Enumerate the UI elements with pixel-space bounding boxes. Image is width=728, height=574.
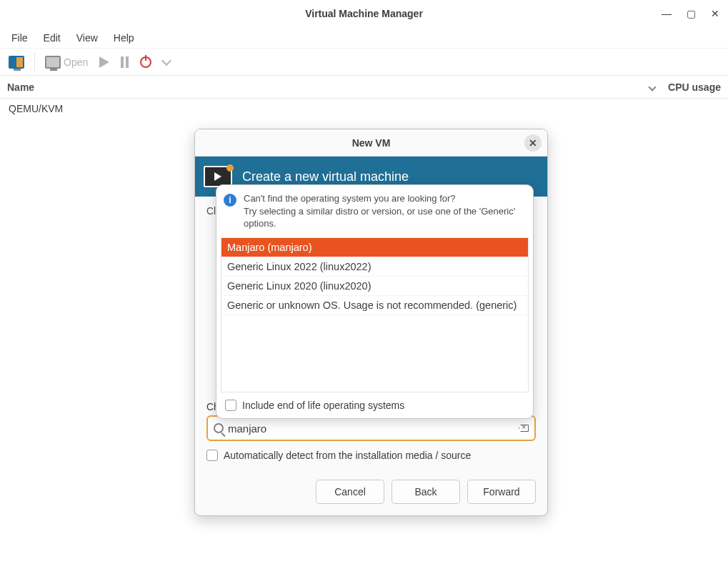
chevron-down-icon xyxy=(161,55,171,65)
hint-text: Can't find the operating system you are … xyxy=(244,192,524,230)
window-controls: — ▢ ✕ xyxy=(658,0,724,27)
menu-view[interactable]: View xyxy=(69,29,105,46)
os-suggestion-list[interactable]: Manjaro (manjaro) Generic Linux 2022 (li… xyxy=(221,237,529,392)
os-suggestions-popover: i Can't find the operating system you ar… xyxy=(216,184,534,419)
toolbar: Open xyxy=(0,49,728,76)
column-name[interactable]: Name xyxy=(7,81,34,93)
auto-detect-row[interactable]: Automatically detect from the installati… xyxy=(206,450,536,461)
minimize-icon[interactable]: — xyxy=(658,8,675,19)
window-title: Virtual Machine Manager xyxy=(305,8,423,19)
os-option-manjaro[interactable]: Manjaro (manjaro) xyxy=(221,238,528,257)
popover-bottom-row[interactable]: Include end of life operating systems xyxy=(216,392,533,418)
forward-button[interactable]: Forward xyxy=(467,480,536,504)
close-icon[interactable]: ✕ xyxy=(707,8,724,19)
toolbar-separator xyxy=(34,53,35,71)
new-vm-icon xyxy=(9,56,24,69)
search-icon xyxy=(214,423,224,433)
menu-edit[interactable]: Edit xyxy=(36,29,68,46)
pause-button[interactable] xyxy=(116,54,133,71)
dialog-titlebar: New VM ✕ xyxy=(195,129,547,157)
popover-hint: i Can't find the operating system you ar… xyxy=(216,185,533,237)
sort-chevron-icon[interactable] xyxy=(648,83,656,91)
maximize-icon[interactable]: ▢ xyxy=(682,8,699,19)
menu-help[interactable]: Help xyxy=(106,29,141,46)
dialog-close-button[interactable]: ✕ xyxy=(524,134,542,152)
dialog-title: New VM xyxy=(352,137,391,149)
include-eol-label: Include end of life operating systems xyxy=(242,400,404,411)
play-icon xyxy=(99,56,109,68)
info-icon: i xyxy=(224,194,236,207)
poweroff-menu-button[interactable] xyxy=(159,57,174,67)
menu-file[interactable]: File xyxy=(4,29,35,46)
open-button[interactable]: Open xyxy=(41,53,92,71)
banner-title: Create a new virtual machine xyxy=(242,169,409,184)
os-option-linux2020[interactable]: Generic Linux 2020 (linux2020) xyxy=(221,277,528,296)
vm-list-body: QEMU/KVM xyxy=(0,99,728,119)
poweroff-button[interactable] xyxy=(136,54,156,71)
hint-line2: Try selecting a similar distro or versio… xyxy=(244,205,524,230)
os-search-field[interactable] xyxy=(206,415,536,441)
new-vm-button[interactable] xyxy=(4,53,29,71)
open-label: Open xyxy=(64,56,88,68)
window-titlebar: Virtual Machine Manager — ▢ ✕ xyxy=(0,0,728,27)
os-option-linux2022[interactable]: Generic Linux 2022 (linux2022) xyxy=(221,257,528,277)
choose-iso-partial: Cl xyxy=(206,205,216,217)
os-option-generic[interactable]: Generic or unknown OS. Usage is not reco… xyxy=(221,296,528,315)
column-cpu[interactable]: CPU usage xyxy=(668,81,721,93)
clear-input-icon[interactable] xyxy=(519,425,529,432)
power-icon xyxy=(140,56,151,68)
pause-icon xyxy=(121,56,129,68)
menu-bar: File Edit View Help xyxy=(0,27,728,49)
vm-list-header: Name CPU usage xyxy=(0,76,728,99)
auto-detect-checkbox[interactable] xyxy=(206,450,218,461)
connection-row[interactable]: QEMU/KVM xyxy=(9,103,719,114)
include-eol-checkbox[interactable] xyxy=(225,400,236,411)
back-button[interactable]: Back xyxy=(392,480,460,504)
auto-detect-label: Automatically detect from the installati… xyxy=(224,450,471,461)
hint-line1: Can't find the operating system you are … xyxy=(244,192,524,205)
monitor-icon xyxy=(45,56,61,69)
os-search-input[interactable] xyxy=(228,422,514,435)
play-button[interactable] xyxy=(95,54,114,71)
cancel-button[interactable]: Cancel xyxy=(316,480,384,504)
dialog-buttons: Cancel Back Forward xyxy=(195,470,547,515)
